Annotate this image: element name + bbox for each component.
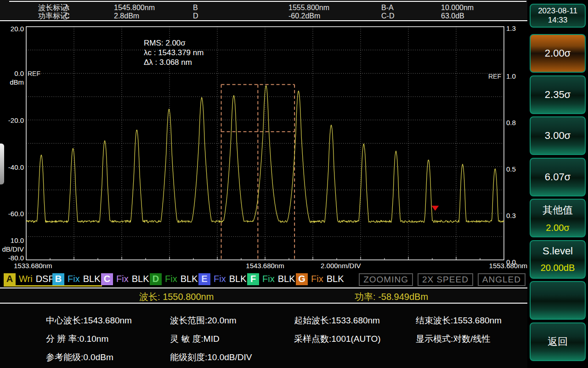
marker-ba-value: 10.000nm xyxy=(441,4,474,12)
trace-badge-g: G xyxy=(296,273,308,285)
setting-cell: 灵 敏 度:MID xyxy=(170,333,220,345)
trace-status: DSP xyxy=(36,274,55,284)
sidebar-button-back[interactable]: 返回 xyxy=(530,322,586,361)
setting-cell: 结束波长:1553.680nm xyxy=(416,315,502,327)
grid-lines xyxy=(26,27,504,260)
y-axis-tick-right: 1.3 xyxy=(506,25,516,32)
trace-chip-a: AWriDSP xyxy=(4,273,55,285)
header-bottom-divider xyxy=(0,20,527,21)
trace-mode: Fix xyxy=(165,274,177,284)
active-trace-underline xyxy=(4,285,102,287)
annotation-line: Δλ : 3.068 nm xyxy=(144,58,204,67)
marker-cd-name: C-D xyxy=(381,12,394,20)
side-drawer-handle[interactable] xyxy=(0,144,4,184)
spectrum-chart: REF REF RMS: 2.00σλc : 1543.379 nmΔλ : 3… xyxy=(0,24,527,272)
measurement-settings-panel: 中心波长:1543.680nm波长范围:20.0nm起始波长:1533.680n… xyxy=(0,304,527,368)
trace-badge-e: E xyxy=(198,273,210,285)
trace-chip-g: GFixBLK xyxy=(296,273,344,285)
sidebar-button-label: 返回 xyxy=(548,335,568,349)
trace-badge-a: A xyxy=(4,273,16,285)
date-text: 2023-08-11 xyxy=(538,6,577,16)
trace-badge-b: B xyxy=(52,273,64,285)
y-axis-tick-left: -60.0 xyxy=(0,210,24,218)
marker-a-value: 1545.800nm xyxy=(114,4,155,12)
trace-legend-row: AWriDSPBFixBLKCFixBLKDFixBLKEFixBLKFFixB… xyxy=(0,272,527,288)
marker-cd-value: 63.0dB xyxy=(441,12,464,20)
y-axis-tick-left: dBm xyxy=(0,79,24,86)
sidebar-button-other-value[interactable]: 其他值2.00σ xyxy=(530,199,586,237)
annotation-line: λc : 1543.379 nm xyxy=(144,48,204,58)
setting-cell: 中心波长:1543.680nm xyxy=(46,315,132,327)
trace-mode: Fix xyxy=(214,274,226,284)
ref-level-label-right: REF xyxy=(488,73,501,80)
setting-cell: 波长范围:20.0nm xyxy=(170,315,237,327)
trace-status: BLK xyxy=(132,274,149,284)
trace-status: BLK xyxy=(278,274,295,284)
sidebar-button-sigma-6-07[interactable]: 6.07σ xyxy=(530,158,586,196)
cursor-readout-bar: 波长: 1550.800nm 功率: -58.949dBm xyxy=(0,288,527,303)
readout-wavelength-label: 波长: xyxy=(139,292,160,302)
status-flag-angled: ANGLED xyxy=(478,273,526,286)
trace-chip-c: CFixBLK xyxy=(101,273,149,285)
sidebar-button-sigma-2-35[interactable]: 2.35σ xyxy=(530,75,586,114)
marker-header: 波长标记: A 1545.800nm B 1555.800nm B-A 10.0… xyxy=(0,0,527,21)
sidebar-button-label: 3.00σ xyxy=(545,130,571,142)
setting-cell: 起始波长:1533.680nm xyxy=(294,315,380,327)
sidebar-button-s-level[interactable]: S.level20.00dB xyxy=(530,240,586,279)
status-flag-2x-speed: 2X SPEED xyxy=(418,273,473,286)
sidebar-button-sigma-3-00[interactable]: 3.00σ xyxy=(530,116,586,155)
softkey-sidebar: 2023-08-11 14:33 2.00σ2.35σ3.00σ6.07σ其他值… xyxy=(528,0,588,368)
y-axis-tick-right: 0.3 xyxy=(506,212,516,219)
axis-ticks xyxy=(50,257,480,260)
osa-screen: 波长标记: A 1545.800nm B 1555.800nm B-A 10.0… xyxy=(0,0,588,368)
trace-badge-d: D xyxy=(150,273,162,285)
trace-mode: Fix xyxy=(68,274,80,284)
sidebar-button-blank[interactable] xyxy=(530,281,586,320)
status-flag-zooming: ZOOMING xyxy=(359,273,413,286)
ref-level-label-left: REF xyxy=(28,70,40,77)
sidebar-button-label: 6.07σ xyxy=(545,171,571,183)
readout-power-label: 功率: xyxy=(355,292,376,302)
y-axis-tick-left: 0.0 xyxy=(0,70,24,77)
setting-cell: 显示模式:对数/线性 xyxy=(416,333,491,345)
setting-cell: 采样点数:1001(AUTO) xyxy=(294,333,381,345)
sidebar-button-label: 2.00σ xyxy=(545,47,571,59)
trace-chip-b: BFixBLK xyxy=(52,273,100,285)
trace-mode: Wri xyxy=(19,274,33,284)
y-axis-tick-left: -80.0 xyxy=(0,254,24,262)
rms-analysis-annotation: RMS: 2.00σλc : 1543.379 nmΔλ : 3.068 nm xyxy=(144,38,204,67)
annotation-line: RMS: 2.00σ xyxy=(144,38,204,48)
marker-b-value: 1555.800nm xyxy=(288,4,329,12)
spectrum-plot xyxy=(0,24,527,272)
readout-wavelength-value: 1550.800nm xyxy=(163,292,214,302)
trace-badge-f: F xyxy=(247,273,259,285)
status-flags: ZOOMING2X SPEEDANGLED xyxy=(359,273,526,286)
trace-mode: Fix xyxy=(262,274,275,284)
trace-mode: Fix xyxy=(116,274,129,284)
marker-triangle-icon xyxy=(431,206,439,211)
trace-badge-c: C xyxy=(101,273,113,285)
trace-status: BLK xyxy=(327,274,344,284)
sidebar-button-label: 2.35σ xyxy=(545,89,571,101)
marker-c-value: 2.8dBm xyxy=(114,12,139,20)
sidebar-button-label: S.level xyxy=(543,245,573,257)
trace-chip-f: FFixBLK xyxy=(247,273,295,285)
sidebar-button-sigma-2-00[interactable]: 2.00σ xyxy=(530,34,586,73)
trace-status: BLK xyxy=(181,274,198,284)
header-top-divider xyxy=(9,1,526,2)
y-axis-tick-left: -20.0 xyxy=(0,117,24,124)
y-axis-tick-right: 1.0 xyxy=(506,73,516,80)
setting-cell: 分 辨 率:0.10nm xyxy=(46,333,108,345)
x-axis-tick: 1553.680nm xyxy=(489,262,527,270)
sidebar-button-value: 2.00σ xyxy=(546,223,569,233)
marker-d-name: D xyxy=(193,12,198,20)
setting-cell: 能级刻度:10.0dB/DIV xyxy=(170,351,252,363)
trace-status: BLK xyxy=(229,274,247,284)
marker-d-value: -60.2dBm xyxy=(288,12,320,20)
x-axis-tick: 1543.680nm xyxy=(246,262,284,270)
x-axis-tick: 2.000nm/DIV xyxy=(321,262,361,270)
sidebar-button-label: 其他值 xyxy=(543,203,573,217)
marker-b-name: B xyxy=(193,4,198,12)
y-axis-tick-right: 0.5 xyxy=(506,166,516,173)
trace-chip-e: EFixBLK xyxy=(198,273,246,285)
